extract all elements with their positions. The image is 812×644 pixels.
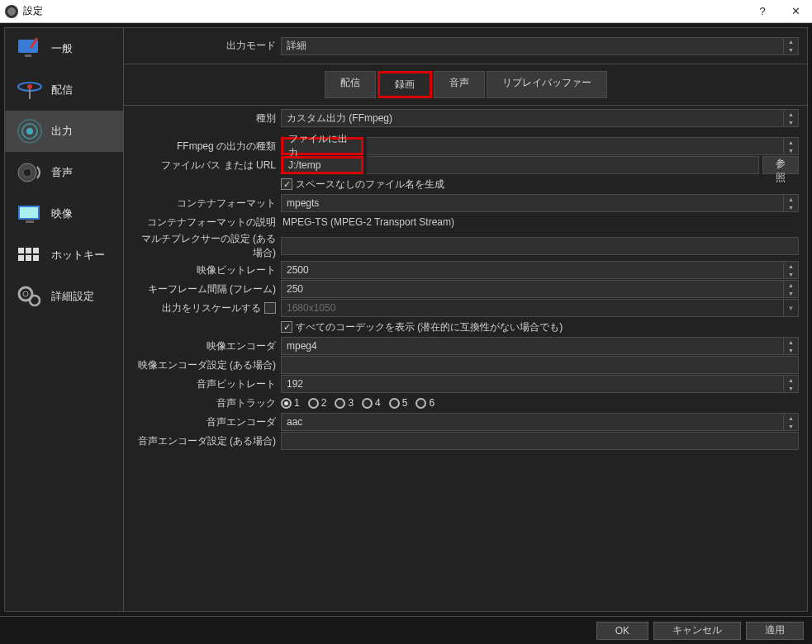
- track-radio-1[interactable]: 1: [281, 397, 300, 409]
- ok-button[interactable]: OK: [596, 622, 648, 640]
- spin-arrows-icon: ▲▼: [783, 262, 798, 278]
- aencoder-set-label: 音声エンコーダ設定 (ある場合): [132, 434, 281, 448]
- abitrate-label: 音声ビットレート: [132, 377, 281, 391]
- nospace-label: スペースなしのファイル名を生成: [296, 178, 444, 192]
- track-radio-2[interactable]: 2: [308, 397, 327, 409]
- sidebar: 一般 配信 出力 音声 映像: [4, 27, 124, 612]
- track-radio-3[interactable]: 3: [335, 397, 354, 409]
- titlebar: 設定 ? ✕: [0, 0, 812, 23]
- svg-point-21: [23, 291, 28, 296]
- apply-label: 適用: [765, 624, 785, 636]
- muxer-input[interactable]: [281, 237, 799, 255]
- track-label: 2: [321, 397, 327, 409]
- keyframe-input[interactable]: 250 ▲▼: [281, 280, 799, 298]
- track-label: 6: [429, 397, 434, 409]
- aencoder-set-input[interactable]: [281, 432, 799, 450]
- container-desc-label: コンテナフォーマットの説明: [132, 215, 281, 230]
- vbitrate-label: 映像ビットレート: [132, 263, 281, 277]
- tab-audio[interactable]: 音声: [434, 71, 485, 98]
- svg-rect-1: [25, 54, 31, 57]
- keyframe-label: キーフレーム間隔 (フレーム): [132, 282, 281, 296]
- track-label: 3: [348, 397, 354, 409]
- svg-rect-17: [18, 255, 24, 261]
- container-label: コンテナフォーマット: [132, 197, 281, 211]
- browse-button[interactable]: 参照: [762, 156, 799, 174]
- filepath-input[interactable]: J:/temp: [281, 156, 363, 174]
- type-value: カスタム出力 (FFmpeg): [287, 111, 392, 125]
- allcodecs-label: すべてのコーデックを表示 (潜在的に互換性がない場合でも): [296, 320, 563, 334]
- app-icon: [5, 5, 18, 18]
- container-value: mpegts: [287, 197, 319, 209]
- container-select[interactable]: mpegts ▲▼: [281, 194, 799, 212]
- type-select[interactable]: カスタム出力 (FFmpeg) ▲▼: [281, 109, 799, 127]
- window-title: 設定: [23, 4, 746, 18]
- monitor-icon: [13, 32, 46, 65]
- muxer-label: マルチプレクサーの設定 (ある場合): [132, 232, 281, 260]
- video-icon: [13, 197, 46, 230]
- sidebar-item-advanced[interactable]: 詳細設定: [5, 276, 123, 317]
- close-button[interactable]: ✕: [779, 0, 812, 23]
- tab-replay-buffer[interactable]: リプレイバッファー: [487, 71, 607, 98]
- output-mode-label: 出力モード: [132, 39, 281, 53]
- sidebar-item-output[interactable]: 出力: [5, 111, 123, 152]
- radio-icon: [389, 398, 400, 409]
- dropdown-arrows-icon: ▲▼: [783, 414, 798, 430]
- sidebar-item-general[interactable]: 一般: [5, 28, 123, 69]
- sidebar-item-label: ホットキー: [51, 248, 105, 263]
- help-button[interactable]: ?: [746, 0, 779, 23]
- checkbox-icon: ✓: [281, 321, 292, 333]
- aencoder-value: aac: [287, 416, 302, 428]
- svg-rect-18: [26, 255, 31, 261]
- vencoder-select[interactable]: mpeg4 ▲▼: [281, 337, 799, 355]
- svg-point-4: [27, 84, 32, 89]
- vbitrate-input[interactable]: 2500 ▲▼: [281, 261, 799, 279]
- tab-label: リプレイバッファー: [502, 77, 591, 88]
- tab-label: 録画: [395, 78, 415, 90]
- rescale-label: 出力をリスケールする: [162, 301, 261, 315]
- vencoder-label: 映像エンコーダ: [132, 339, 281, 353]
- sidebar-item-stream[interactable]: 配信: [5, 69, 123, 111]
- track-label: 5: [402, 397, 408, 409]
- output-mode-select[interactable]: 詳細 ▲▼: [281, 37, 799, 55]
- rescale-checkbox[interactable]: [264, 302, 276, 314]
- sidebar-item-label: 配信: [51, 83, 73, 97]
- svg-point-6: [26, 128, 33, 135]
- vencoder-set-input[interactable]: [281, 356, 799, 374]
- track-radio-4[interactable]: 4: [362, 397, 381, 409]
- svg-rect-14: [18, 248, 24, 253]
- aencoder-select[interactable]: aac ▲▼: [281, 413, 799, 431]
- sidebar-item-label: 音声: [51, 165, 73, 180]
- ffmpeg-out-label: FFmpeg の出力の種類: [132, 140, 281, 154]
- spin-arrows-icon: ▲▼: [783, 376, 798, 392]
- ffmpeg-out-select[interactable]: ファイルに出力: [281, 137, 363, 155]
- track-radio-6[interactable]: 6: [415, 397, 434, 409]
- radio-icon: [308, 398, 319, 409]
- abitrate-input[interactable]: 192 ▲▼: [281, 375, 799, 393]
- allcodecs-checkbox[interactable]: ✓ すべてのコーデックを表示 (潜在的に互換性がない場合でも): [281, 320, 563, 334]
- sidebar-item-video[interactable]: 映像: [5, 193, 123, 234]
- filepath-input-rest[interactable]: [367, 156, 759, 174]
- tracks-label: 音声トラック: [132, 396, 281, 410]
- tab-recording[interactable]: 録画: [378, 71, 432, 98]
- rescale-select: 1680x1050 ▼: [281, 299, 799, 317]
- sidebar-item-hotkeys[interactable]: ホットキー: [5, 234, 123, 276]
- rescale-value: 1680x1050: [287, 302, 335, 314]
- spin-arrows-icon: ▲▼: [783, 281, 798, 297]
- vbitrate-value: 2500: [287, 264, 309, 276]
- ffmpeg-out-select-rest[interactable]: ▲▼: [367, 137, 799, 155]
- output-tabs: 配信 録画 音声 リプレイバッファー: [124, 64, 807, 106]
- track-radio-5[interactable]: 5: [389, 397, 408, 409]
- ok-label: OK: [615, 625, 629, 637]
- tab-stream[interactable]: 配信: [325, 71, 376, 98]
- svg-rect-15: [26, 248, 31, 253]
- sidebar-item-audio[interactable]: 音声: [5, 152, 123, 193]
- svg-rect-12: [20, 207, 38, 218]
- checkbox-icon: ✓: [281, 178, 292, 190]
- cancel-button[interactable]: キャンセル: [653, 622, 741, 640]
- sidebar-item-label: 映像: [51, 206, 73, 221]
- apply-button[interactable]: 適用: [746, 622, 804, 640]
- sidebar-item-label: 出力: [51, 124, 73, 139]
- keyboard-icon: [13, 239, 46, 272]
- nospace-checkbox[interactable]: ✓ スペースなしのファイル名を生成: [281, 178, 444, 192]
- output-mode-value: 詳細: [287, 39, 306, 53]
